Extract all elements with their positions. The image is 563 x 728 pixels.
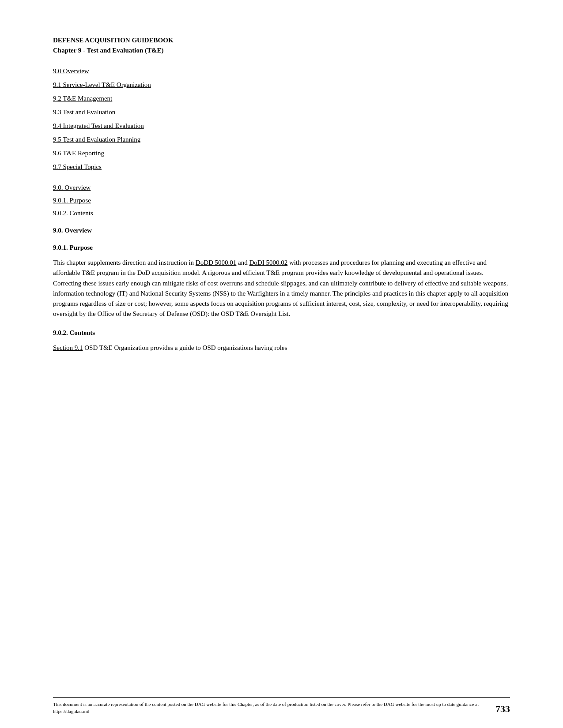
toc-item-9-2[interactable]: 9.2 T&E Management xyxy=(53,95,510,102)
dodd-5000-01-link[interactable]: DoDD 5000.01 xyxy=(196,259,237,266)
toc-link-9-1[interactable]: 9.1 Service-Level T&E Organization xyxy=(53,81,151,88)
toc-item-9-6[interactable]: 9.6 T&E Reporting xyxy=(53,150,510,157)
nav-link-9-0-2[interactable]: 9.0.2. Contents xyxy=(53,210,93,217)
nav-item-9-0-1[interactable]: 9.0.1. Purpose xyxy=(53,197,510,204)
nav-item-9-0-2[interactable]: 9.0.2. Contents xyxy=(53,210,510,217)
page-number: 733 xyxy=(495,703,510,715)
section-9-0-1-heading: 9.0.1. Purpose xyxy=(53,244,510,251)
toc-link-9-2[interactable]: 9.2 T&E Management xyxy=(53,95,112,102)
toc-link-9-6[interactable]: 9.6 T&E Reporting xyxy=(53,150,104,157)
subsection-nav: 9.0. Overview 9.0.1. Purpose 9.0.2. Cont… xyxy=(53,184,510,217)
toc-item-9-1[interactable]: 9.1 Service-Level T&E Organization xyxy=(53,81,510,89)
section-9-1-link[interactable]: Section 9.1 xyxy=(53,344,83,351)
nav-link-9-0-1[interactable]: 9.0.1. Purpose xyxy=(53,197,91,204)
toc-item-9-5[interactable]: 9.5 Test and Evaluation Planning xyxy=(53,136,510,143)
section-9-0-heading: 9.0. Overview xyxy=(53,227,510,234)
toc-item-9-0[interactable]: 9.0 Overview xyxy=(53,68,510,75)
table-of-contents: 9.0 Overview 9.1 Service-Level T&E Organ… xyxy=(53,68,510,171)
toc-link-9-4[interactable]: 9.4 Integrated Test and Evaluation xyxy=(53,122,144,129)
footer: This document is an accurate representat… xyxy=(53,697,510,715)
toc-link-9-0[interactable]: 9.0 Overview xyxy=(53,68,89,75)
toc-item-9-3[interactable]: 9.3 Test and Evaluation xyxy=(53,109,510,116)
section-9-0-2-body: Section 9.1 OSD T&E Organization provide… xyxy=(53,343,510,353)
document-header: DEFENSE ACQUISITION GUIDEBOOK Chapter 9 … xyxy=(53,35,510,55)
toc-item-9-4[interactable]: 9.4 Integrated Test and Evaluation xyxy=(53,122,510,130)
section-9-0-2-heading: 9.0.2. Contents xyxy=(53,329,510,337)
dodi-5000-02-link[interactable]: DoDI 5000.02 xyxy=(249,259,288,266)
nav-item-9-0[interactable]: 9.0. Overview xyxy=(53,184,510,191)
page: DEFENSE ACQUISITION GUIDEBOOK Chapter 9 … xyxy=(0,0,563,728)
header-line2: Chapter 9 - Test and Evaluation (T&E) xyxy=(53,45,510,56)
toc-link-9-7[interactable]: 9.7 Special Topics xyxy=(53,163,102,170)
footer-disclaimer: This document is an accurate representat… xyxy=(53,701,510,715)
toc-item-9-7[interactable]: 9.7 Special Topics xyxy=(53,163,510,171)
header-line1: DEFENSE ACQUISITION GUIDEBOOK xyxy=(53,35,510,45)
toc-link-9-3[interactable]: 9.3 Test and Evaluation xyxy=(53,109,115,116)
nav-link-9-0[interactable]: 9.0. Overview xyxy=(53,184,91,191)
toc-link-9-5[interactable]: 9.5 Test and Evaluation Planning xyxy=(53,136,140,143)
section-9-0-1-body: This chapter supplements direction and i… xyxy=(53,258,510,319)
